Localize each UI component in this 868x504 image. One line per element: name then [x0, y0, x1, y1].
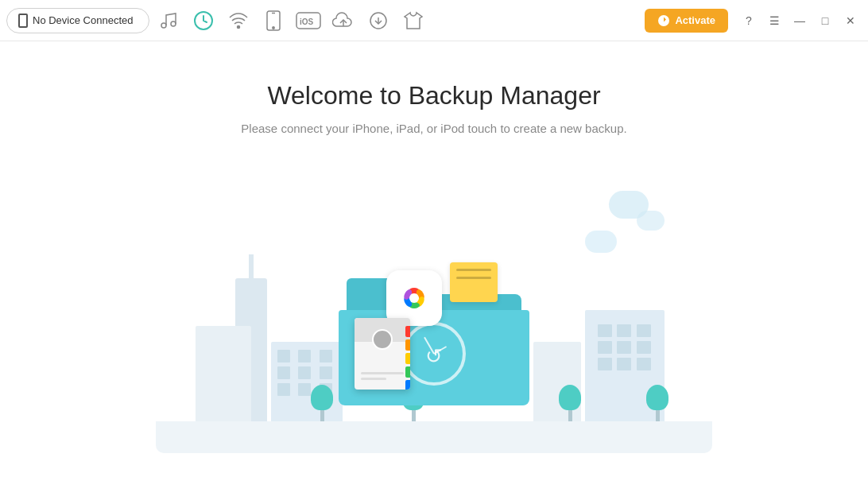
svg-point-1: [171, 21, 176, 26]
window-sq: [320, 366, 332, 379]
themes-icon[interactable]: [397, 5, 429, 37]
svg-point-3: [238, 25, 240, 28]
music-icon[interactable]: [153, 5, 184, 37]
ground: [156, 421, 712, 453]
window-sq: [298, 350, 311, 362]
window-sq: [320, 350, 332, 362]
contacts-icon: [355, 318, 410, 390]
wifi-icon[interactable]: [223, 5, 254, 37]
minimize-button[interactable]: —: [789, 10, 811, 32]
building-left-1: [196, 326, 251, 421]
device-icon[interactable]: [258, 5, 289, 37]
tree-right-1: [559, 385, 581, 421]
activate-icon: [657, 14, 670, 27]
page-subtitle: Please connect your iPhone, iPad, or iPo…: [241, 122, 626, 135]
contacts-color-tabs: [405, 326, 410, 390]
close-button[interactable]: ✕: [839, 10, 862, 32]
window-sq: [277, 350, 290, 362]
svg-point-19: [409, 293, 419, 303]
illustration: ↺: [156, 167, 712, 453]
window-sq: [277, 383, 290, 396]
svg-text:iOS: iOS: [300, 17, 314, 26]
menu-button[interactable]: ☰: [763, 10, 785, 32]
svg-point-0: [161, 23, 166, 28]
activate-label: Activate: [675, 14, 715, 26]
window-sq: [277, 366, 290, 379]
ios-icon[interactable]: iOS: [293, 5, 324, 37]
window-sq: [298, 366, 311, 379]
download-icon[interactable]: [362, 5, 394, 37]
toolbar: No Device Connected: [0, 0, 868, 41]
backup-icon[interactable]: [188, 5, 219, 37]
tree-left-1: [311, 385, 333, 421]
cloud-icon[interactable]: [327, 5, 359, 37]
svg-point-6: [273, 26, 274, 28]
window-controls: ? ☰ — □ ✕: [738, 10, 862, 32]
maximize-button[interactable]: □: [814, 10, 836, 32]
phone-small-icon: [18, 14, 28, 28]
device-label: No Device Connected: [33, 14, 133, 26]
help-button[interactable]: ?: [738, 10, 760, 32]
cloud-deco-2: [637, 211, 665, 231]
device-button[interactable]: No Device Connected: [6, 8, 149, 33]
window-sq: [298, 383, 311, 396]
page-title: Welcome to Backup Manager: [267, 81, 600, 110]
building-windows-r: [591, 318, 658, 377]
notes-icon: [450, 262, 498, 302]
tree-right-2: [646, 385, 668, 421]
activate-button[interactable]: Activate: [645, 9, 728, 33]
main-content: Welcome to Backup Manager Please connect…: [0, 41, 868, 504]
